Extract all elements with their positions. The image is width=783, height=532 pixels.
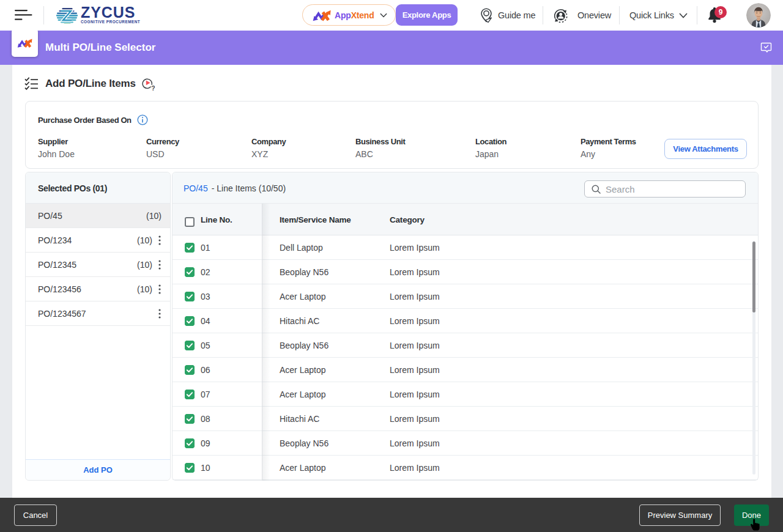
app-title-bar: Multi PO/Line Selector [0,31,783,65]
purchase-order-card: Purchase Order Based On Supplier John Do… [25,101,759,169]
cell-category: Lorem Ipsum [390,333,440,358]
row-checkbox-checked[interactable] [185,243,195,253]
field-location: Location Japan [475,136,507,160]
cell-item-name: Acer Laptop [280,456,326,480]
table-row: 10Acer LaptopLorem Ipsum [173,456,758,480]
guide-me-pin-icon [481,8,492,23]
table-scrollbar[interactable] [752,241,755,475]
brand-tagline: COGNITIVE PROCUREMENT [81,20,140,24]
selected-pos-panel: Selected POs (01) PO/45(10)PO/1234(10)PO… [25,172,171,481]
row-checkbox-checked[interactable] [185,438,195,448]
row-checkbox-checked[interactable] [185,390,195,399]
po-name: PO/1234567 [38,309,86,319]
field-label: Location [475,136,507,147]
search-icon [592,185,601,194]
field-value: ABC [355,149,405,160]
appxtend-dropdown[interactable]: AppXtend [302,4,396,26]
guide-me-button[interactable]: Guide me [481,0,535,31]
line-items-header: PO/45 - Line Items (10/50) [173,172,758,204]
po-list-item[interactable]: PO/1234(10) [26,228,170,253]
cell-item-name: Dell Laptop [280,235,323,260]
cell-category: Lorem Ipsum [390,284,440,309]
app-tile[interactable] [12,29,38,57]
po-list-item[interactable]: PO/1234567 [26,301,170,326]
brand-name: ZYCUS [81,6,155,19]
cell-category: Lorem Ipsum [390,431,440,456]
page-app-title: Multi PO/Line Selector [45,31,155,65]
po-menu-kebab-icon[interactable] [154,234,165,246]
divider [619,6,620,24]
explore-apps-button[interactable]: Explore Apps [396,4,458,26]
field-label: Business Unit [355,136,405,147]
select-all-checkbox[interactable] [185,217,195,227]
po-menu-kebab-icon[interactable] [154,308,165,320]
divider [543,6,543,24]
preview-summary-button[interactable]: Preview Summary [639,504,721,526]
po-list-item[interactable]: PO/12345(10) [26,253,170,277]
po-line-count: (10) [137,284,152,294]
cell-category: Lorem Ipsum [390,309,440,333]
cell-item-name: Beoplay N56 [280,333,328,358]
column-header-line-no[interactable]: Line No. [201,204,232,235]
po-menu-kebab-icon[interactable] [154,283,165,295]
row-checkbox-checked[interactable] [185,292,195,301]
notification-badge: 9 [714,6,727,18]
table-scrollbar-thumb[interactable] [752,242,755,312]
cell-category: Lorem Ipsum [390,407,440,431]
table-row: 06Acer LaptopLorem Ipsum [173,358,758,382]
cell-line-no: 05 [201,333,210,358]
user-avatar[interactable] [746,3,771,28]
menu-icon[interactable] [15,10,32,21]
po-name: PO/123456 [38,284,81,294]
column-header-item[interactable]: Item/Service Name [280,204,351,235]
cell-line-no: 09 [201,431,210,456]
selected-pos-header: Selected POs (01) [26,172,170,204]
search-box[interactable] [584,180,746,198]
row-checkbox-checked[interactable] [185,316,195,326]
field-company: Company XYZ [251,136,286,160]
field-value: XYZ [251,149,286,160]
po-name: PO/1234 [38,235,72,245]
po-list-item[interactable]: PO/123456(10) [26,277,170,301]
info-icon[interactable] [137,114,148,125]
card-title: Purchase Order Based On [38,116,132,125]
cell-item-name: Acer Laptop [280,382,326,407]
row-checkbox-checked[interactable] [185,267,195,277]
cell-line-no: 02 [201,260,210,284]
field-value: Japan [475,149,507,160]
cell-item-name: Beoplay N56 [280,260,328,284]
view-attachments-button[interactable]: View Attachments [664,139,747,159]
svg-text:?: ? [151,84,155,91]
chevron-down-icon [380,13,387,18]
line-items-panel: PO/45 - Line Items (10/50) Line No. Item… [172,172,759,481]
row-checkbox-checked[interactable] [185,463,195,473]
appxtend-label-app: App [335,10,351,20]
po-link[interactable]: PO/45 [184,183,208,193]
footer-action-bar: Cancel Preview Summary Done [0,498,783,532]
row-checkbox-checked[interactable] [185,341,195,350]
avatar-photo [746,3,771,28]
search-input[interactable] [606,184,728,194]
page-heading: Add PO/Line Items ? [24,73,155,94]
row-checkbox-checked[interactable] [185,414,195,424]
oneview-button[interactable]: Oneview [554,0,611,31]
cancel-button[interactable]: Cancel [14,504,57,526]
cell-item-name: Hitachi AC [280,309,319,333]
quick-links-dropdown[interactable]: Quick Links [629,0,688,31]
po-menu-kebab-icon[interactable] [154,259,165,271]
appxtend-logo-icon [311,9,332,21]
add-po-button[interactable]: Add PO [26,459,170,480]
table-row: 08Hitachi ACLorem Ipsum [173,407,758,431]
cell-item-name: Acer Laptop [280,284,326,309]
cell-line-no: 03 [201,284,210,309]
video-help-icon[interactable]: ? [142,77,155,91]
column-header-category[interactable]: Category [390,204,425,235]
cell-item-name: Hitachi AC [280,407,319,431]
oneview-icon [554,9,568,23]
feedback-icon[interactable] [760,42,772,54]
cell-line-no: 08 [201,407,210,431]
row-checkbox-checked[interactable] [185,365,195,375]
quick-links-label: Quick Links [629,10,674,20]
po-list-item[interactable]: PO/45(10) [26,204,170,228]
table-body: 01Dell LaptopLorem Ipsum02Beoplay N56Lor… [173,235,758,481]
